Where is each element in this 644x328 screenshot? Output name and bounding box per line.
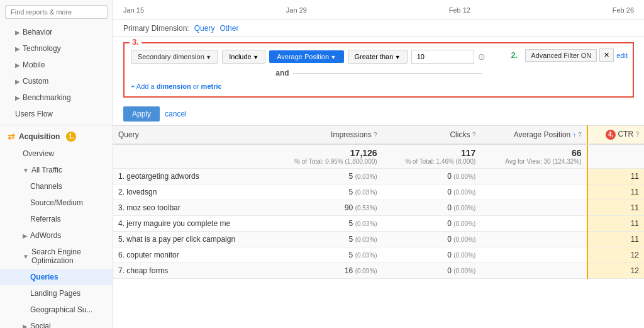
cell-impressions: 5 (0.03%) — [269, 216, 382, 232]
col-header-avg-position[interactable]: Average Position ↑ ? — [480, 126, 587, 145]
sidebar-item-adwords[interactable]: ▶ AdWords — [0, 227, 113, 244]
secondary-dimension-button[interactable]: Secondary dimension — [131, 50, 218, 64]
sidebar-item-geographical[interactable]: Geographical Su... — [0, 302, 113, 318]
table-row: 1. geotargeting adwords 5 (0.03%) 0 (0.0… — [113, 169, 644, 184]
impressions-help-icon: ? — [374, 132, 377, 139]
sidebar-item-queries[interactable]: Queries — [0, 269, 113, 285]
ctr-help-icon: ? — [635, 131, 639, 138]
primary-dim-label: Primary Dimension: — [123, 24, 189, 33]
advanced-filter-bar: 2. Advanced Filter ON ✕ edit — [508, 48, 628, 62]
add-dimension-link[interactable]: + Add a dimension or metric — [131, 82, 222, 90]
table-row: 4. jerry maguire you complete me 5 (0.03… — [113, 216, 644, 232]
condition-button[interactable]: Greater than — [348, 50, 408, 64]
cell-ctr: 12 — [587, 263, 644, 279]
arrow-icon: ▶ — [23, 232, 28, 239]
col-header-impressions[interactable]: Impressions ? — [269, 126, 382, 145]
table-row: 5. what is a pay per click campaign 5 (0… — [113, 232, 644, 247]
cell-ctr: 11 — [587, 232, 644, 247]
cell-impressions: 5 (0.03%) — [269, 169, 382, 184]
clicks-help-icon: ? — [472, 132, 476, 139]
filter-box: 3. 2. Advanced Filter ON ✕ edit Secondar… — [123, 42, 634, 98]
search-input[interactable] — [5, 5, 108, 19]
arrow-icon: ▼ — [23, 167, 29, 174]
ctr-badge: 4. — [606, 130, 616, 140]
cell-impressions: 5 (0.03%) — [269, 232, 382, 247]
cell-query: 4. jerry maguire you complete me — [113, 216, 269, 232]
sidebar-search-area — [0, 0, 113, 24]
table-row: 7. cheap forms 16 (0.09%) 0 (0.00%) 12 — [113, 263, 644, 279]
sidebar-item-acquisition[interactable]: ⇄ Acquisition 1. — [0, 128, 113, 145]
and-label: and — [275, 69, 289, 77]
summary-clicks-cell: 117 % of Total: 1.46% (8,000) — [382, 144, 481, 169]
sidebar-item-referrals[interactable]: Referrals — [0, 211, 113, 227]
cell-impressions: 16 (0.09%) — [269, 263, 382, 279]
arrow-icon: ▶ — [15, 62, 20, 69]
arrow-icon: ▶ — [15, 29, 20, 36]
chart-label-jan29: Jan 29 — [286, 6, 307, 14]
apply-button[interactable]: Apply — [123, 106, 160, 122]
advanced-filter-edit-link[interactable]: edit — [616, 52, 628, 59]
sidebar: ▶ Behavior ▶ Technology ▶ Mobile ▶ Custo… — [0, 0, 113, 328]
col-header-query[interactable]: Query — [113, 126, 269, 145]
sidebar-item-users-flow[interactable]: Users Flow — [0, 106, 113, 122]
summary-ctr-cell — [587, 144, 644, 169]
summary-impressions-cell: 17,126 % of Total: 0.95% (1,800,000) — [269, 144, 382, 169]
cell-clicks: 0 (0.00%) — [382, 200, 481, 216]
sidebar-item-channels[interactable]: Channels — [0, 178, 113, 195]
advanced-filter-num: 2. — [508, 50, 520, 60]
sidebar-item-custom[interactable]: ▶ Custom — [0, 73, 113, 89]
avg-position-help-icon: ? — [578, 132, 582, 139]
cell-query: 5. what is a pay per click campaign — [113, 232, 269, 247]
action-row: Apply cancel — [113, 103, 644, 125]
arrow-icon: ▶ — [15, 94, 20, 101]
cell-query: 2. lovedsgn — [113, 184, 269, 200]
advanced-filter-close-button[interactable]: ✕ — [599, 48, 614, 62]
sidebar-item-mobile[interactable]: ▶ Mobile — [0, 57, 113, 73]
cell-query: 6. coputer monitor — [113, 247, 269, 263]
primary-dimension-bar: Primary Dimension: Query Other — [113, 20, 644, 37]
col-header-clicks[interactable]: Clicks ? — [382, 126, 481, 145]
filter-row-add: + Add a dimension or metric — [131, 82, 626, 90]
value-input[interactable] — [411, 50, 474, 64]
sidebar-item-all-traffic[interactable]: ▼ All Traffic — [0, 162, 113, 178]
cell-clicks: 0 (0.00%) — [382, 169, 481, 184]
sidebar-item-benchmarking[interactable]: ▶ Benchmarking — [0, 89, 113, 106]
cell-query: 1. geotargeting adwords — [113, 169, 269, 184]
cell-impressions: 5 (0.03%) — [269, 247, 382, 263]
sidebar-item-social[interactable]: ▶ Social — [0, 318, 113, 328]
cell-clicks: 0 (0.00%) — [382, 184, 481, 200]
chart-label-feb26: Feb 26 — [613, 6, 634, 14]
cancel-link[interactable]: cancel — [165, 110, 187, 118]
col-header-ctr[interactable]: 4. CTR ? — [587, 126, 644, 145]
other-link[interactable]: Other — [219, 24, 238, 33]
cell-ctr: 11 — [587, 200, 644, 216]
sidebar-item-landing-pages[interactable]: Landing Pages — [0, 285, 113, 302]
filter-row-and: and — [131, 69, 626, 77]
sidebar-item-behavior[interactable]: ▶ Behavior — [0, 24, 113, 40]
cell-clicks: 0 (0.00%) — [382, 232, 481, 247]
advanced-filter-label: Advanced Filter ON — [525, 49, 597, 62]
arrow-icon: ▶ — [15, 45, 20, 52]
sort-arrow-icon: ↑ — [573, 132, 576, 139]
metric-select-button[interactable]: Average Position — [269, 50, 343, 63]
summary-row: 17,126 % of Total: 0.95% (1,800,000) 117… — [113, 144, 644, 169]
sidebar-item-source-medium[interactable]: Source/Medium — [0, 195, 113, 211]
sidebar-item-seo[interactable]: ▼ Search Engine Optimization — [0, 244, 113, 269]
cell-avg-position — [480, 184, 587, 200]
cell-ctr: 11 — [587, 169, 644, 184]
sidebar-item-overview[interactable]: Overview — [0, 145, 113, 162]
chart-label-jan15: Jan 15 — [123, 6, 144, 14]
cell-avg-position — [480, 247, 587, 263]
chart-labels: Jan 15 Jan 29 Feb 12 Feb 26 — [123, 6, 634, 14]
filter-box-num: 3. — [130, 37, 142, 47]
table-row: 2. lovedsgn 5 (0.03%) 0 (0.00%) 11 — [113, 184, 644, 200]
cell-ctr: 11 — [587, 216, 644, 232]
cell-impressions: 5 (0.03%) — [269, 184, 382, 200]
chart-area: Jan 15 Jan 29 Feb 12 Feb 26 — [113, 0, 644, 20]
arrow-icon: ▶ — [23, 323, 28, 329]
clear-filter-button[interactable]: ⊙ — [478, 52, 486, 62]
include-button[interactable]: Include — [222, 50, 265, 64]
badge-1: 1. — [66, 132, 76, 142]
sidebar-item-technology[interactable]: ▶ Technology — [0, 40, 113, 57]
query-link[interactable]: Query — [194, 24, 215, 33]
